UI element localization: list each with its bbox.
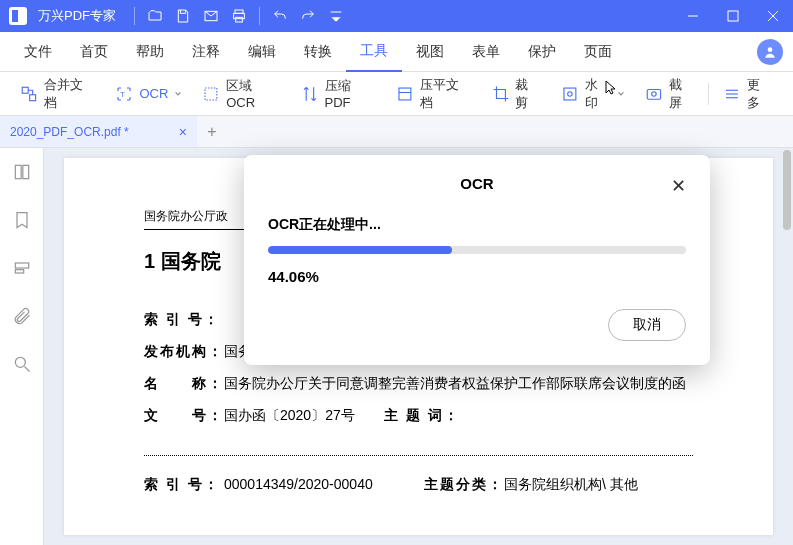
svg-rect-24 xyxy=(15,165,21,178)
ocr-progress-dialog: OCR ✕ OCR正在处理中... 44.06% 取消 xyxy=(244,155,710,365)
menu-help[interactable]: 帮助 xyxy=(122,32,178,72)
tool-flatten[interactable]: 压平文档 xyxy=(386,72,481,116)
svg-point-18 xyxy=(568,91,572,95)
progress-fill xyxy=(268,246,452,254)
svg-rect-17 xyxy=(564,88,576,100)
svg-point-20 xyxy=(651,91,655,95)
separator xyxy=(134,7,135,25)
tab-close-icon[interactable]: × xyxy=(179,124,187,140)
svg-rect-5 xyxy=(236,17,243,22)
svg-point-10 xyxy=(768,47,773,52)
field-label: 索 引 号： xyxy=(144,311,224,329)
tool-screenshot[interactable]: 截屏 xyxy=(635,72,705,116)
field-label: 名 称： xyxy=(144,375,224,393)
tool-screenshot-label: 截屏 xyxy=(669,76,695,112)
attachment-icon[interactable] xyxy=(12,306,32,330)
document-tab[interactable]: 2020_PDF_OCR.pdf * × xyxy=(0,116,197,147)
svg-line-29 xyxy=(24,367,29,372)
tool-ocr[interactable]: TOCR xyxy=(105,72,192,116)
close-button[interactable] xyxy=(753,0,793,32)
tool-more-label: 更多 xyxy=(747,76,773,112)
maximize-button[interactable] xyxy=(713,0,753,32)
menu-annotate[interactable]: 注释 xyxy=(178,32,234,72)
progress-percent-text: 44.06% xyxy=(268,268,686,285)
field-label: 主 题 词： xyxy=(384,407,464,425)
menu-form[interactable]: 表单 xyxy=(458,32,514,72)
field-label: 发布机构： xyxy=(144,343,224,361)
field-value: 国务院办公厅关于同意调整完善消费者权益保护工作部际联席会议制度的函 xyxy=(224,375,693,393)
field-label: 索 引 号： xyxy=(144,476,224,494)
toolbar: 合并文档 TOCR 区域OCR 压缩PDF 压平文档 裁剪 水印 截屏 更多 xyxy=(0,72,793,116)
field-label: 主题分类： xyxy=(424,476,504,494)
menu-file[interactable]: 文件 xyxy=(10,32,66,72)
tool-compress[interactable]: 压缩PDF xyxy=(291,72,386,116)
svg-rect-12 xyxy=(30,94,36,100)
save-icon[interactable] xyxy=(169,2,197,30)
comments-icon[interactable] xyxy=(12,258,32,282)
menu-edit[interactable]: 编辑 xyxy=(234,32,290,72)
field-value: 国办函〔2020〕27号 xyxy=(224,407,384,425)
search-icon[interactable] xyxy=(12,354,32,378)
separator xyxy=(259,7,260,25)
thumbnails-icon[interactable] xyxy=(12,162,32,186)
chevron-down-icon xyxy=(174,86,182,101)
field-value: 国务院组织机构\ 其他 xyxy=(504,476,638,494)
svg-point-28 xyxy=(15,357,25,367)
tool-compress-label: 压缩PDF xyxy=(325,77,377,110)
menu-convert[interactable]: 转换 xyxy=(290,32,346,72)
user-avatar-icon[interactable] xyxy=(757,39,783,65)
add-tab-button[interactable]: + xyxy=(197,116,227,147)
app-title: 万兴PDF专家 xyxy=(38,7,116,25)
svg-rect-1 xyxy=(12,10,18,22)
menu-page[interactable]: 页面 xyxy=(570,32,626,72)
tool-ocr-label: OCR xyxy=(139,86,168,101)
bookmark-icon[interactable] xyxy=(12,210,32,234)
vertical-scrollbar[interactable] xyxy=(783,150,791,230)
menu-home[interactable]: 首页 xyxy=(66,32,122,72)
app-logo-icon xyxy=(6,4,30,28)
left-sidebar xyxy=(0,148,44,545)
tool-area-ocr[interactable]: 区域OCR xyxy=(192,72,290,116)
menu-protect[interactable]: 保护 xyxy=(514,32,570,72)
tool-area-ocr-label: 区域OCR xyxy=(226,77,280,110)
tool-crop[interactable]: 裁剪 xyxy=(482,72,552,116)
minimize-button[interactable] xyxy=(673,0,713,32)
divider xyxy=(144,455,693,456)
quick-access-dropdown-icon[interactable] xyxy=(322,2,350,30)
svg-rect-14 xyxy=(205,88,217,100)
svg-rect-7 xyxy=(728,11,738,21)
separator xyxy=(708,83,709,105)
field-label: 文 号： xyxy=(144,407,224,425)
title-bar: 万兴PDF专家 xyxy=(0,0,793,32)
redo-icon[interactable] xyxy=(294,2,322,30)
field-value: 000014349/2020-00040 xyxy=(224,476,424,494)
undo-icon[interactable] xyxy=(266,2,294,30)
svg-rect-25 xyxy=(22,165,28,178)
svg-rect-11 xyxy=(22,87,28,93)
svg-rect-19 xyxy=(647,89,660,99)
tool-watermark[interactable]: 水印 xyxy=(551,72,635,116)
progress-bar xyxy=(268,246,686,254)
svg-rect-26 xyxy=(15,263,28,268)
dialog-close-icon[interactable]: ✕ xyxy=(671,175,686,197)
menu-view[interactable]: 视图 xyxy=(402,32,458,72)
svg-rect-27 xyxy=(15,270,23,273)
tool-crop-label: 裁剪 xyxy=(515,76,541,112)
doc-header-left: 国务院办公厅政 xyxy=(144,208,228,225)
tool-flatten-label: 压平文档 xyxy=(420,76,472,112)
progress-status-text: OCR正在处理中... xyxy=(268,216,686,234)
menu-tools[interactable]: 工具 xyxy=(346,32,402,72)
chevron-down-icon xyxy=(617,86,625,101)
print-icon[interactable] xyxy=(225,2,253,30)
dialog-title: OCR xyxy=(460,175,493,192)
mail-icon[interactable] xyxy=(197,2,225,30)
tool-merge[interactable]: 合并文档 xyxy=(10,72,105,116)
menu-bar: 文件 首页 帮助 注释 编辑 转换 工具 视图 表单 保护 页面 xyxy=(0,32,793,72)
svg-text:T: T xyxy=(121,90,126,99)
svg-rect-15 xyxy=(399,88,411,100)
tool-more[interactable]: 更多 xyxy=(713,72,783,116)
open-icon[interactable] xyxy=(141,2,169,30)
cancel-button[interactable]: 取消 xyxy=(608,309,686,341)
tool-watermark-label: 水印 xyxy=(585,76,611,112)
tab-label: 2020_PDF_OCR.pdf * xyxy=(10,125,129,139)
